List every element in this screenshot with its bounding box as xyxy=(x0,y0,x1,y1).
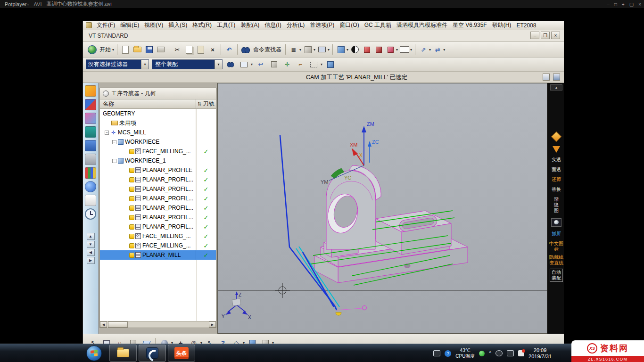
fade-view-button[interactable]: 渐隐图 xyxy=(553,197,560,214)
tree-row-workpiece-1[interactable]: − WORKPIECE_1 xyxy=(100,156,216,165)
menu-file[interactable]: 文件(F) xyxy=(96,21,116,29)
status-right-icon-2[interactable] xyxy=(553,74,560,81)
volume-icon[interactable] xyxy=(495,350,503,356)
menu-et2008[interactable]: ET2008 xyxy=(516,22,537,29)
scroll-thumb[interactable] xyxy=(108,321,128,328)
menu-gc-toolbox[interactable]: GC 工具箱 xyxy=(364,21,392,29)
module-cube-icon-1[interactable] xyxy=(362,44,372,55)
nx-restore-button[interactable]: ❐ xyxy=(541,32,550,39)
sketch-icon[interactable] xyxy=(303,44,313,55)
copy-icon[interactable] xyxy=(184,44,194,55)
resbar-scroll-up[interactable]: ▲ xyxy=(87,233,95,240)
dropdown-icon[interactable]: ▾ xyxy=(429,48,431,52)
dropdown-icon[interactable]: ▾ xyxy=(443,48,445,52)
status-right-icon[interactable] xyxy=(543,74,550,81)
system-clock-icon[interactable] xyxy=(85,208,96,220)
menu-information[interactable]: 信息(I) xyxy=(264,21,281,29)
resbar-scroll-right[interactable]: ▶ xyxy=(87,257,95,264)
player-minimize-button[interactable]: – xyxy=(607,2,610,7)
history-icon[interactable] xyxy=(85,195,96,206)
undo-icon[interactable]: ↶ xyxy=(224,44,234,55)
cut-icon[interactable]: ✂ xyxy=(172,44,182,55)
save-icon[interactable] xyxy=(144,44,154,55)
menu-mold-standard[interactable]: 潇洒模具汽模标准件 xyxy=(396,21,448,29)
player-add-button[interactable]: + xyxy=(622,2,625,7)
tree-row-operation[interactable]: FACE_MILLING_... ✓ xyxy=(100,147,216,156)
chinese-icons-button[interactable]: 中文图标 xyxy=(549,241,563,252)
dropdown-icon[interactable]: ▾ xyxy=(328,48,330,52)
navigator-title[interactable]: 工序导航器 - 几何 xyxy=(100,88,216,99)
menu-analysis[interactable]: 分析(L) xyxy=(286,21,305,29)
player-menu-button[interactable]: Potplayer ▾ xyxy=(5,1,29,7)
tree-row-operation[interactable]: PLANAR_PROFIL... ✓ xyxy=(100,213,216,222)
tree-row-operation[interactable]: FACE_MILLING_... ✓ xyxy=(100,241,216,250)
tree-row-operation[interactable]: PLANAR_PROFIL... ✓ xyxy=(100,203,216,213)
taskbar-explorer-button[interactable] xyxy=(109,345,137,362)
menu-tools[interactable]: 工具(T) xyxy=(216,21,236,29)
graphics-viewport[interactable]: ZM ZC XM X YM YC Z xyxy=(217,83,547,334)
pan-view-icon[interactable]: ⇄ xyxy=(432,44,443,55)
background-swatch-icon[interactable] xyxy=(399,44,410,55)
taskbar-toutiao-button[interactable]: 头条 xyxy=(168,345,195,362)
render-style-icon[interactable] xyxy=(551,132,562,142)
tray-status-icon[interactable] xyxy=(479,351,485,356)
command-finder-label[interactable]: 命令查找器 xyxy=(253,46,281,54)
shaded-view-icon[interactable] xyxy=(336,44,346,55)
roles-icon[interactable] xyxy=(85,85,96,97)
snap-binocular-icon[interactable] xyxy=(225,59,236,70)
taskbar-clock[interactable]: 20:09 2019/7/31 xyxy=(528,347,552,360)
menu-help[interactable]: 帮助(H) xyxy=(492,21,512,29)
assembly-navigator-icon[interactable] xyxy=(85,99,96,110)
network-icon[interactable] xyxy=(507,350,514,356)
face-transparent-button[interactable]: 面透 xyxy=(549,167,563,173)
tree-row-mcs-mill[interactable]: − ✛ MCS_MILL xyxy=(100,128,216,137)
window-layout-icon[interactable] xyxy=(317,44,327,55)
axis-icon[interactable]: ✛ xyxy=(282,59,292,70)
hd3d-tools-icon[interactable] xyxy=(85,154,96,165)
scroll-right-icon[interactable]: ▶ xyxy=(209,321,216,328)
selection-scope-combo[interactable]: 整个装配 ▾ xyxy=(152,59,223,69)
open-file-icon[interactable] xyxy=(132,44,142,55)
tray-help-icon[interactable]: ? xyxy=(445,350,451,357)
collapse-icon[interactable]: − xyxy=(112,140,116,144)
print-icon[interactable] xyxy=(156,44,166,55)
player-fullscreen-button[interactable]: ▢ xyxy=(629,2,634,7)
taskbar-nx-button[interactable] xyxy=(139,345,166,362)
resbar-scroll-down[interactable]: ▼ xyxy=(87,241,95,248)
navigator-hscrollbar[interactable]: ◀ ▶ xyxy=(100,321,216,328)
tree-row-unused[interactable]: 未用项 xyxy=(100,118,216,128)
menu-assemblies[interactable]: 装配(A) xyxy=(240,21,260,29)
action-center-flag-icon[interactable] xyxy=(518,350,524,356)
reuse-library-icon[interactable] xyxy=(85,140,96,151)
tree-row-operation[interactable]: FACE_MILLING_... ✓ xyxy=(100,231,216,241)
solid-transparent-button[interactable]: 实透 xyxy=(549,157,563,163)
module-cube-icon-2[interactable] xyxy=(373,44,384,55)
part-navigator-icon[interactable] xyxy=(85,126,96,138)
dropdown-icon[interactable]: ▾ xyxy=(347,48,348,52)
dropdown-icon[interactable]: ▾ xyxy=(314,48,315,52)
nx-minimize-button[interactable]: – xyxy=(530,32,539,39)
tree-row-workpiece[interactable]: − WORKPIECE xyxy=(100,137,216,147)
menu-view[interactable]: 视图(V) xyxy=(144,21,164,29)
menu-edit[interactable]: 编辑(E) xyxy=(120,21,140,29)
tree-row-operation[interactable]: PLANAR_PROFIL... ✓ xyxy=(100,184,216,194)
blue-cube-icon[interactable] xyxy=(325,59,336,70)
dropdown-icon[interactable]: ▾ xyxy=(321,62,322,66)
resbar-scroll-left[interactable]: ◀ xyxy=(87,249,95,256)
dropdown-icon[interactable]: ▾ xyxy=(251,62,253,66)
dropdown-icon[interactable]: ▾ xyxy=(112,48,114,52)
replace-button[interactable]: 替换 xyxy=(549,187,563,192)
new-file-icon[interactable] xyxy=(120,44,131,55)
tree-row-operation[interactable]: PLANAR_PROFILE ✓ xyxy=(100,165,216,175)
menu-preferences[interactable]: 首选项(P) xyxy=(309,21,335,29)
dropdown-icon[interactable]: ▾ xyxy=(299,48,301,52)
hidden-line-button[interactable]: 隐藏线变直线 xyxy=(549,255,563,266)
video-frame[interactable]: 文件(F) 编辑(E) 视图(V) 插入(S) 格式(R) 工具(T) 装配(A… xyxy=(0,8,644,344)
tray-device-icon[interactable] xyxy=(433,350,440,356)
screen-capture-button[interactable]: 抓屏 xyxy=(549,231,563,237)
image-capture-icon[interactable] xyxy=(551,218,561,227)
delete-icon[interactable]: × xyxy=(207,44,218,55)
tree-row-operation[interactable]: PLANAR_PROFIL... ✓ xyxy=(100,222,216,231)
combo-arrow-icon[interactable]: ▾ xyxy=(215,60,222,69)
tree-row-operation[interactable]: PLANAR_PROFIL... ✓ xyxy=(100,175,216,184)
